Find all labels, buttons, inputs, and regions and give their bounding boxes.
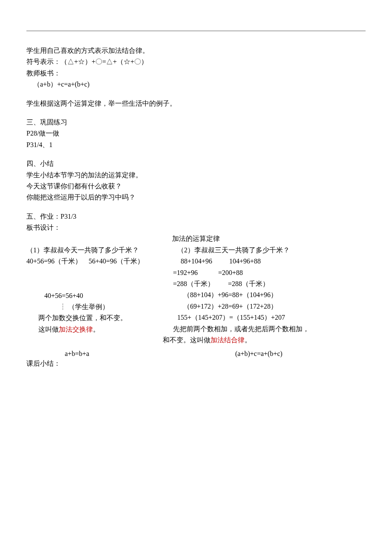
left-dash: ┆ （学生举例） xyxy=(26,302,171,312)
body-line: 你能把这些运用于以后的学习中吗？ xyxy=(26,193,366,202)
intro-line: 符号表示：（△+☆）+〇=△+（☆+〇） xyxy=(26,57,366,66)
right-rule-a: 先把前两个数相加，或者先把后两个数相加， xyxy=(171,324,366,334)
right-question: （2）李叔叔三天一共骑了多少千米？ xyxy=(171,246,366,255)
top-rule xyxy=(26,31,366,31)
right-calc: =288（千米） =288（千米） xyxy=(171,279,366,289)
left-eq: 40+56=56+40 xyxy=(26,291,171,301)
board-right: （2）李叔叔三天一共骑了多少千米？ 88+104+96 104+96+88 =1… xyxy=(171,246,366,347)
left-rule-pre: 两个加数交换位置，和不变。 xyxy=(26,313,171,323)
after-class: 课后小结： xyxy=(26,359,366,368)
section-heading: 三、巩固练习 xyxy=(26,118,366,127)
body-line: P28/做一做 xyxy=(26,129,366,138)
right-eq: 155+（145+207）=（155+145）+207 xyxy=(171,313,366,322)
left-rule: 这叫做加法交换律。 xyxy=(26,325,171,334)
formula-row: a+b=b+a (a+b)+c=a+(b+c) xyxy=(26,349,366,358)
body-line: 学生小结本节学习的加法的运算定律。 xyxy=(26,171,366,180)
page: 学生用自己喜欢的方式表示加法结合律。 符号表示：（△+☆）+〇=△+（☆+〇） … xyxy=(0,0,392,555)
left-formula: a+b=b+a xyxy=(26,349,210,358)
left-question: （1）李叔叔今天一共骑了多少千米？ xyxy=(26,246,171,255)
right-calc: =192+96 =200+88 xyxy=(171,268,366,278)
board-title: 加法的运算定律 xyxy=(26,234,366,243)
body-line: P31/4、1 xyxy=(26,140,366,150)
body-line: 今天这节课你们都有什么收获？ xyxy=(26,182,366,191)
right-eq: （88+104）+96=88+（104+96） xyxy=(171,290,366,300)
left-rule-text: 这叫做 xyxy=(38,326,59,333)
left-rule-red: 加法交换律 xyxy=(59,326,93,333)
left-calc: 40+56=96（千米） 56+40=96（千米） xyxy=(26,257,171,266)
content: 学生用自己喜欢的方式表示加法结合律。 符号表示：（△+☆）+〇=△+（☆+〇） … xyxy=(0,0,392,368)
right-rule-b1: 和不变。这叫做 xyxy=(163,336,210,344)
board-columns: （1）李叔叔今天一共骑了多少千米？ 40+56=96（千米） 56+40=96（… xyxy=(26,246,366,347)
intro-line: 学生根据这两个运算定律，举一些生活中的例子。 xyxy=(26,99,366,108)
right-eq: （69+172）+28=69+（172+28） xyxy=(171,302,366,311)
section-heading: 五、作业：P31/3 xyxy=(26,212,366,221)
section-heading: 四、小结 xyxy=(26,159,366,168)
right-calc: 88+104+96 104+96+88 xyxy=(171,257,366,266)
board-left: （1）李叔叔今天一共骑了多少千米？ 40+56=96（千米） 56+40=96（… xyxy=(26,246,171,336)
right-formula: (a+b)+c=a+(b+c) xyxy=(210,349,366,358)
right-rule-red: 加法结合律 xyxy=(210,336,245,344)
intro-line: 学生用自己喜欢的方式表示加法结合律。 xyxy=(26,46,366,55)
right-rule-b2: 。 xyxy=(245,336,251,344)
intro-line: 教师板书： xyxy=(26,69,366,78)
left-rule-text-b: 。 xyxy=(93,326,100,333)
body-line: 板书设计： xyxy=(26,223,366,232)
right-rule-b: 和不变。这叫做加法结合律。 xyxy=(163,335,366,345)
left-rule-block: 40+56=56+40 ┆ （学生举例） 两个加数交换位置，和不变。 这叫做加法… xyxy=(26,291,171,335)
intro-formula: （a+b）+c=a+(b+c) xyxy=(26,80,366,89)
